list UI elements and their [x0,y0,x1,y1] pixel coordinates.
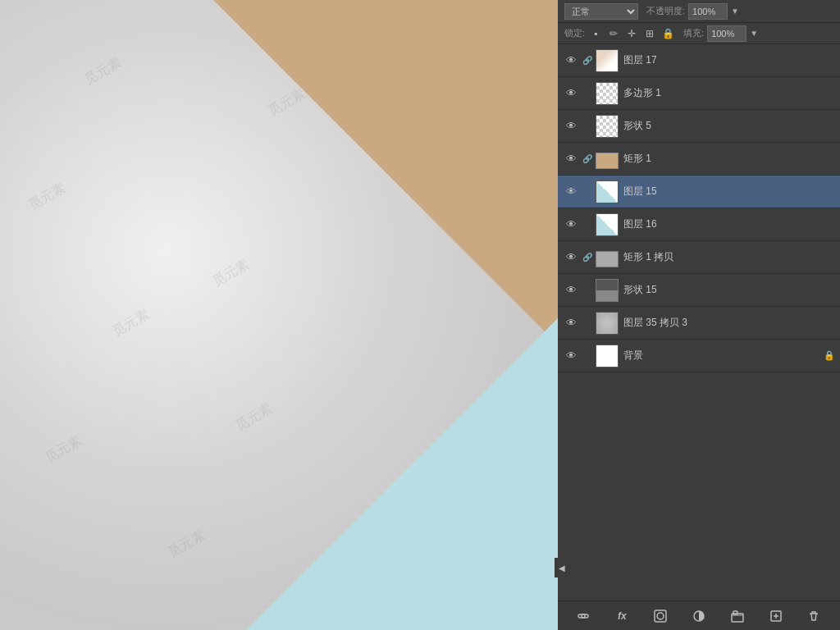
opacity-label: 不透明度: [646,5,685,17]
layer-row[interactable]: 👁 🔗 图层 17 [558,44,840,77]
group-button[interactable] [727,605,748,627]
layer-row[interactable]: 👁 背景 🔒 [558,340,840,372]
lock-badge: 🔒 [824,350,835,361]
visibility-toggle[interactable]: 👁 [563,52,579,69]
mask-button[interactable] [650,605,671,627]
canvas-area: 觅元素 觅元素 觅元素 觅元素 觅元素 觅元素 觅元素 觅元素 [0,0,558,630]
visibility-toggle[interactable]: 👁 [563,249,579,266]
blue-triangle [246,318,558,630]
visibility-toggle[interactable]: 👁 [563,217,579,233]
visibility-toggle[interactable]: 👁 [563,118,579,135]
layer-name: 矩形 1 [623,152,835,166]
layer-name: 图层 16 [623,217,835,231]
delete-layer-button[interactable] [803,605,824,627]
blend-opacity-toolbar: 正常 不透明度: ▼ [558,0,840,23]
layer-row[interactable]: 👁 形状 15 [558,274,840,307]
fill-arrow[interactable]: ▼ [750,29,758,38]
layer-thumbnail [596,180,619,203]
layer-thumbnail [596,153,619,169]
layer-thumbnail [596,115,619,138]
link-icon: 🔗 [582,56,594,65]
blend-mode-select[interactable]: 正常 [564,3,638,20]
bottom-toolbar: fx [558,600,840,630]
lock-pixel-icon[interactable]: ▪ [588,26,603,41]
layers-panel: 正常 不透明度: ▼ 锁定: ▪ ✏ ✛ ⊞ 🔒 填充: ▼ 👁 🔗 图层 17… [558,0,840,630]
lock-all-icon[interactable]: 🔒 [660,26,675,41]
layer-thumbnail [596,82,619,105]
lock-paint-icon[interactable]: ✏ [606,26,621,41]
lock-art-icon[interactable]: ⊞ [642,26,657,41]
svg-rect-0 [655,610,666,622]
layer-row[interactable]: 👁 图层 35 拷贝 3 [558,307,840,340]
layer-name: 图层 17 [623,53,835,67]
layer-row[interactable]: 👁 形状 5 [558,110,840,143]
layer-row[interactable]: 👁 图层 15 [558,176,840,208]
layer-thumbnail [596,279,619,302]
visibility-toggle[interactable]: 👁 [563,151,579,167]
svg-rect-4 [733,611,737,614]
fx-button[interactable]: fx [611,605,632,627]
link-icon: 🔗 [582,154,594,163]
layer-name: 矩形 1 拷贝 [623,250,835,264]
fx-label: fx [618,610,627,622]
fill-input[interactable] [707,25,746,42]
tan-triangle [213,0,558,345]
layer-row[interactable]: 👁 多边形 1 [558,77,840,110]
layer-name: 形状 5 [623,119,835,133]
layer-name: 图层 15 [623,185,835,199]
opacity-arrow[interactable]: ▼ [731,7,739,16]
layer-thumbnail [596,213,619,236]
layer-name: 多边形 1 [623,86,835,100]
panel-side-arrow[interactable]: ◀ [555,558,569,578]
visibility-toggle[interactable]: 👁 [563,184,579,200]
svg-point-1 [657,613,664,619]
layer-thumbnail [596,345,619,368]
layer-thumbnail [596,251,619,267]
layer-row[interactable]: 👁 🔗 矩形 1 拷贝 [558,241,840,274]
lock-fill-toolbar: 锁定: ▪ ✏ ✛ ⊞ 🔒 填充: ▼ [558,23,840,44]
visibility-toggle[interactable]: 👁 [563,85,579,102]
link-layers-button[interactable] [573,605,594,627]
adjustment-button[interactable] [688,605,710,627]
visibility-toggle[interactable]: 👁 [563,315,579,331]
new-layer-button[interactable] [765,605,787,627]
lock-label: 锁定: [564,27,585,39]
layer-thumbnail [596,312,619,335]
layer-name: 形状 15 [623,283,835,297]
layer-row[interactable]: 👁 🔗 矩形 1 [558,143,840,176]
opacity-input[interactable] [688,3,728,20]
layer-name: 背景 [623,349,824,363]
layer-thumbnail [596,49,619,72]
fill-label: 填充: [683,27,704,39]
visibility-toggle[interactable]: 👁 [563,282,579,299]
layer-row[interactable]: 👁 图层 16 [558,208,840,241]
lock-position-icon[interactable]: ✛ [624,26,639,41]
layers-list: 👁 🔗 图层 17 👁 多边形 1 👁 形状 5 👁 🔗 矩形 1 [558,44,840,600]
visibility-toggle[interactable]: 👁 [563,348,579,364]
layer-name: 图层 35 拷贝 3 [623,316,835,330]
link-icon: 🔗 [582,253,594,262]
